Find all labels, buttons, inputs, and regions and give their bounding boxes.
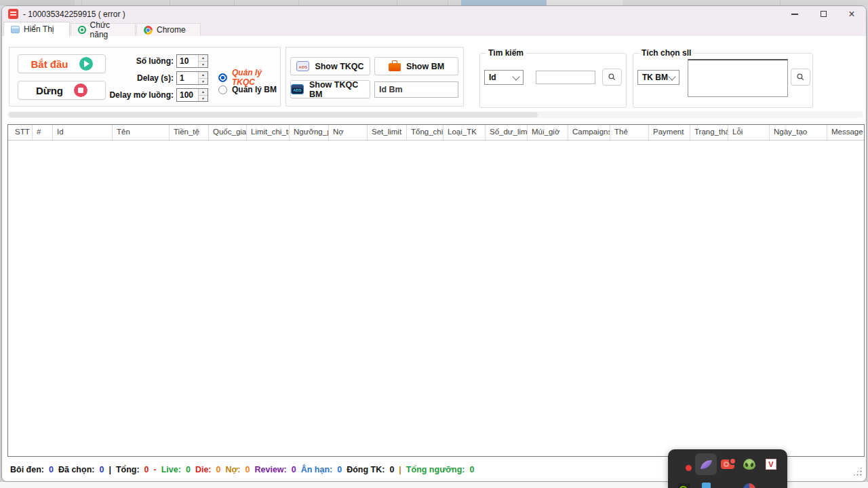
column-header-trang-thai[interactable]: Trạng_thái: [690, 125, 728, 140]
spin-up-icon[interactable]: [199, 55, 208, 61]
status-no-label: Nợ:: [225, 465, 240, 474]
search-type-value: Id: [489, 73, 496, 82]
column-header-quoc-gia[interactable]: Quốc_gia: [209, 125, 247, 140]
column-header-ngay-tao[interactable]: Ngày_tạo: [770, 125, 827, 140]
radio-quan-ly-tkqc[interactable]: Quản lý TKQC: [218, 68, 280, 87]
blue-rect-icon: [702, 483, 711, 488]
search-button[interactable]: [602, 69, 622, 86]
spin-down-icon[interactable]: [199, 78, 208, 85]
show-tkqc-button[interactable]: ADS Show TKQC: [290, 57, 370, 75]
column-header-tien-te[interactable]: Tiền_tệ: [170, 125, 209, 140]
tray-item-security[interactable]: [673, 453, 695, 475]
column-header-the[interactable]: Thẻ: [610, 125, 649, 140]
tab-bar: Hiển Thị Chức năng Chrome: [2, 22, 866, 36]
table-header-row: STT # Id Tên Tiền_tệ Quốc_gia Limit_chi_…: [8, 125, 864, 140]
column-header-so-du[interactable]: Số_dư_lim: [486, 125, 528, 140]
delay-open-spinner[interactable]: [176, 88, 208, 102]
spin-down-icon[interactable]: [199, 95, 208, 102]
ads-icon-text: ADS: [298, 65, 309, 69]
column-header-payment[interactable]: Payment: [649, 125, 690, 140]
delay-open-input[interactable]: [177, 89, 198, 101]
alien-icon: [743, 459, 755, 470]
delay-spinner[interactable]: [176, 71, 208, 85]
tray-item-shield2[interactable]: [717, 478, 738, 488]
maximize-button[interactable]: [809, 6, 837, 22]
thread-count-label: Số luồng:: [75, 54, 174, 68]
column-header-stt[interactable]: STT: [8, 125, 33, 140]
column-header-loai-tk[interactable]: Loại_TK: [443, 125, 486, 140]
radio-quan-ly-bm[interactable]: Quản lý BM: [218, 85, 277, 94]
column-header-loi[interactable]: Lỗi: [728, 125, 770, 140]
show-bm-button[interactable]: Show BM: [374, 57, 458, 75]
column-header-nguong[interactable]: Ngưỡng_p: [290, 125, 329, 140]
accounts-table: STT # Id Tên Tiền_tệ Quốc_gia Limit_chi_…: [7, 124, 865, 457]
window-controls: [781, 6, 866, 22]
resize-grip[interactable]: [852, 466, 863, 476]
bulk-type-value: TK BM: [642, 73, 668, 82]
column-header-limit[interactable]: Limit_chi_ti: [247, 125, 290, 140]
tray-item-alien[interactable]: [738, 453, 760, 475]
tray-item-nvidia[interactable]: [673, 478, 695, 488]
column-header-message[interactable]: Message: [827, 125, 864, 140]
tray-item-v-app[interactable]: V: [760, 453, 782, 475]
spinner-arrows: [198, 55, 208, 67]
search-icon: [608, 73, 616, 81]
tab-chrome[interactable]: Chrome: [136, 23, 201, 36]
column-header-ten[interactable]: Tên: [113, 125, 170, 140]
strip-divider: [170, 0, 170, 5]
column-header-hash[interactable]: #: [33, 125, 53, 140]
nvidia-icon: [678, 483, 690, 488]
search-icon: [796, 73, 805, 81]
tab-chuc-nang[interactable]: Chức năng: [71, 23, 136, 36]
spin-up-icon[interactable]: [199, 89, 208, 95]
horizontal-scrollbar[interactable]: [7, 111, 863, 118]
search-group-title: Tìm kiếm: [486, 48, 526, 58]
close-button[interactable]: [837, 6, 866, 22]
column-header-tong-chi[interactable]: Tổng_chi: [407, 125, 443, 140]
tab-hien-thi[interactable]: Hiển Thị: [3, 22, 70, 36]
control-panel: Bắt đầu Dừng Số luồng: Delay (s):: [9, 47, 281, 107]
search-input[interactable]: [536, 71, 595, 84]
bulk-type-dropdown[interactable]: TK BM: [637, 70, 679, 85]
bulk-search-button[interactable]: [791, 69, 810, 86]
thread-count-spinner[interactable]: [176, 54, 208, 68]
spin-down-icon[interactable]: [199, 61, 208, 68]
ads-icon: ADS: [296, 61, 309, 71]
column-header-mui-gio[interactable]: Múi_giờ: [528, 125, 568, 140]
tray-item-recorder[interactable]: [717, 453, 738, 475]
radio-unselected-icon: [218, 86, 227, 94]
status-separator: |: [108, 465, 111, 474]
radio-label: Quản lý TKQC: [232, 68, 280, 87]
radio-selected-icon: [218, 73, 227, 82]
column-header-no[interactable]: Nợ: [329, 125, 368, 140]
screen-record-icon: [721, 459, 734, 469]
column-header-id[interactable]: Id: [53, 125, 113, 140]
column-header-set-limit[interactable]: Set_limit: [368, 125, 407, 140]
status-tong-label: Tổng:: [116, 465, 140, 474]
search-type-dropdown[interactable]: Id: [484, 70, 524, 85]
bulk-id-textarea[interactable]: [688, 59, 788, 97]
status-dong-tk-value: 0: [389, 465, 394, 474]
briefcase-icon: [389, 63, 401, 71]
delay-input[interactable]: [177, 72, 198, 84]
tray-item-sphere[interactable]: [738, 478, 760, 488]
minimize-button[interactable]: [781, 6, 809, 22]
status-boi-den-value: 0: [49, 465, 54, 474]
app-window: - 100035342259915 ( error ) Hiển Thị Chứ…: [1, 5, 867, 482]
scrollbar-thumb[interactable]: [9, 112, 538, 117]
security-shield-icon: [678, 457, 690, 471]
spin-up-icon[interactable]: [199, 72, 208, 78]
app-logo-icon: [8, 9, 18, 19]
thread-count-input[interactable]: [177, 55, 198, 67]
show-tkqc-bm-button[interactable]: ADS Show TKQC BM: [290, 80, 370, 98]
show-panel: ADS Show TKQC Show BM ADS Show TKQC BM: [285, 47, 464, 107]
tray-item-blue-rect[interactable]: [695, 478, 717, 488]
id-bm-input[interactable]: [374, 81, 458, 98]
delay-label: Delay (s):: [75, 71, 174, 85]
chevron-down-icon: [512, 73, 519, 80]
tray-item-feather[interactable]: [695, 453, 717, 475]
column-header-campaigns[interactable]: Campaigns: [568, 125, 610, 140]
titlebar[interactable]: - 100035342259915 ( error ): [2, 6, 866, 22]
maximize-icon: [821, 11, 827, 17]
strip-divider: [298, 0, 299, 5]
